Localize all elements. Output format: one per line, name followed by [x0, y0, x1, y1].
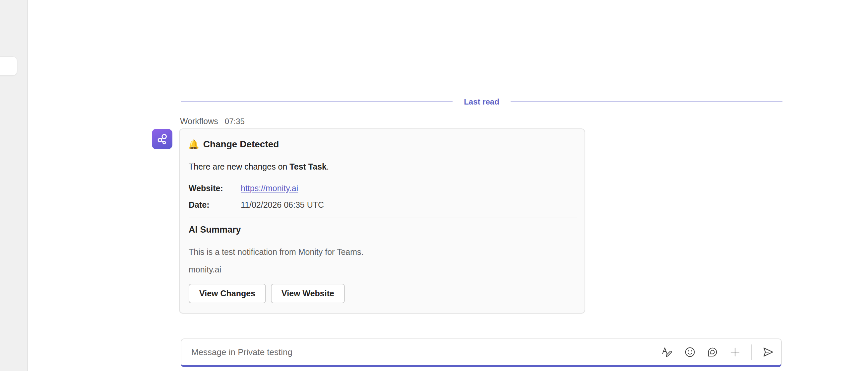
add-icon [730, 346, 741, 358]
compose-toolbar [661, 344, 775, 360]
message-compose-box [181, 339, 782, 367]
message-timestamp: 07:35 [225, 117, 245, 126]
app-rail-item[interactable] [0, 56, 17, 76]
share-icon [155, 133, 169, 146]
loop-button[interactable] [706, 346, 719, 359]
date-label: Date: [189, 200, 241, 210]
message-header: Workflows 07:35 [180, 116, 245, 126]
workflows-avatar[interactable] [152, 129, 173, 149]
emoji-button[interactable] [684, 346, 696, 359]
intro-suffix: . [327, 162, 329, 171]
view-changes-button[interactable]: View Changes [189, 284, 266, 303]
card-title: 🔔 Change Detected [188, 139, 279, 150]
website-row: Website:https://monity.ai [189, 183, 298, 193]
task-name: Test Task [289, 162, 327, 171]
date-row: Date:11/02/2026 06:35 UTC [189, 200, 324, 210]
intro-prefix: There are new changes on [189, 162, 289, 171]
add-button[interactable] [729, 346, 741, 359]
notification-card: 🔔 Change Detected There are new changes … [179, 129, 585, 314]
divider-line-left [181, 102, 453, 102]
emoji-icon [684, 346, 695, 358]
divider-line-right [510, 102, 782, 102]
last-read-divider: Last read [181, 97, 782, 107]
date-value: 11/02/2026 06:35 UTC [241, 200, 324, 209]
message-input[interactable] [191, 347, 661, 358]
ai-summary-text: This is a test notification from Monity … [189, 247, 364, 257]
loop-icon [707, 346, 718, 358]
compose-toolbar-divider [751, 344, 752, 360]
website-link[interactable]: https://monity.ai [241, 183, 298, 193]
source-domain: monity.ai [189, 265, 221, 275]
format-icon [662, 346, 673, 358]
send-icon [762, 346, 774, 358]
teams-chat-window: Last read Workflows 07:35 🔔 Change Detec… [0, 0, 868, 371]
website-label: Website: [189, 183, 241, 193]
card-actions: View Changes View Website [189, 284, 345, 303]
last-read-label: Last read [464, 97, 499, 107]
card-intro-text: There are new changes on Test Task. [189, 162, 329, 172]
send-button[interactable] [762, 346, 775, 359]
card-title-text: Change Detected [203, 139, 279, 150]
app-rail [0, 0, 28, 371]
sender-name[interactable]: Workflows [180, 116, 218, 126]
view-website-button[interactable]: View Website [271, 284, 345, 303]
format-button[interactable] [661, 346, 674, 359]
card-divider [189, 217, 577, 217]
ai-summary-heading: AI Summary [189, 225, 241, 235]
bell-emoji-icon: 🔔 [188, 139, 199, 150]
